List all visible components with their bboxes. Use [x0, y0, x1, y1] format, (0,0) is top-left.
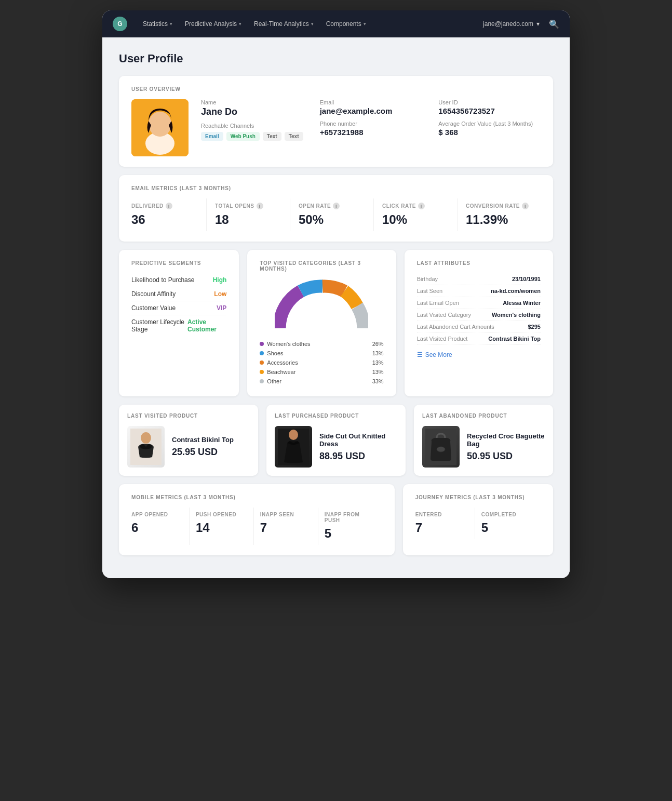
chevron-down-icon: ▾ — [239, 21, 241, 26]
info-icon-openrate[interactable]: i — [333, 203, 340, 209]
svg-point-2 — [149, 112, 171, 137]
mobile-metric-inapp-push: INAPP FROM PUSH 5 — [318, 508, 382, 545]
metric-delivered: DELIVERED i 36 — [131, 198, 207, 231]
predictive-label: PREDICTIVE SEGMENTS — [131, 260, 226, 266]
pred-purchase-value: High — [213, 276, 227, 284]
see-more-button[interactable]: ☰ See More — [417, 351, 541, 358]
last-abandoned-label: LAST ABANDONED PRODUCT — [422, 413, 545, 419]
nav-item-components[interactable]: Components ▾ — [321, 17, 371, 31]
metric-open-rate: OPEN RATE i 50% — [290, 198, 374, 231]
email-metrics-label: EMAIL METRICS (LAST 3 MONTHS) — [131, 185, 541, 191]
email-metrics-card: EMAIL METRICS (LAST 3 MONTHS) DELIVERED … — [119, 175, 553, 242]
last-abandoned-product-card: LAST ABANDONED PRODUCT — [414, 405, 553, 476]
legend-womens: Women's clothes 26% — [260, 339, 383, 349]
user-field-email-col: Email jane@example.com Phone number +657… — [320, 99, 422, 142]
last-visited-thumb — [127, 426, 165, 468]
last-purchased-label: LAST PURCHASED PRODUCT — [275, 413, 397, 419]
user-aov: $ 368 — [438, 128, 541, 137]
legend-accessories: Accessories 13% — [260, 358, 383, 367]
metric-total-opens: TOTAL OPENS i 18 — [207, 198, 290, 231]
last-purchased-product-card: LAST PURCHASED PRODUCT — [266, 405, 406, 476]
journey-entered: ENTERED 7 — [415, 508, 475, 539]
legend-dot-beachwear — [260, 370, 264, 374]
info-icon-clickrate[interactable]: i — [418, 203, 425, 209]
inapp-seen-value: 7 — [260, 520, 312, 535]
metric-openrate-value: 50% — [299, 212, 365, 227]
last-purchased-name: Side Cut Out Knitted Dress — [319, 432, 397, 448]
pred-row-value: Customer Value VIP — [131, 301, 226, 315]
chevron-down-icon: ▾ — [170, 21, 172, 26]
user-field-id-col: User ID 1654356723527 Average Order Valu… — [438, 99, 541, 142]
channels-label: Reachable Channels — [201, 123, 303, 129]
userid-label: User ID — [438, 99, 541, 105]
journey-completed: COMPLETED 5 — [475, 508, 541, 539]
last-attributes-label: LAST ATTRIBUTES — [417, 260, 541, 266]
last-abandoned-thumb — [422, 426, 460, 468]
last-visited-name: Contrast Bikini Top — [172, 436, 234, 444]
last-abandoned-info: Recycled Croc Baguette Bag 50.95 USD — [467, 432, 545, 462]
metric-delivered-value: 36 — [131, 212, 198, 227]
user-phone: +657321988 — [320, 128, 422, 137]
legend-other: Other 33% — [260, 377, 383, 386]
phone-label: Phone number — [320, 121, 422, 127]
attr-last-product: Last Visited Product Contrast Bikini Top — [417, 333, 541, 345]
attr-cart-amounts: Last Abandoned Cart Amounts $295 — [417, 321, 541, 333]
chart-legend: Women's clothes 26% Shoes 13% — [260, 339, 383, 386]
last-visited-price: 25.95 USD — [172, 447, 234, 458]
user-email: jane@example.com — [320, 106, 422, 115]
app-wrapper: G Statistics ▾ Predictive Analysis ▾ Rea… — [102, 10, 570, 578]
attr-last-email: Last Email Open Alessa Winter — [417, 297, 541, 309]
bag-image — [422, 426, 460, 468]
last-purchased-price: 88.95 USD — [319, 451, 397, 462]
mobile-metrics-label: MOBILE METRICS (LAST 3 MONTHS) — [131, 495, 382, 500]
user-fields: Name Jane Do Reachable Channels Email We… — [201, 99, 541, 142]
user-avatar — [131, 99, 189, 156]
info-icon-opens[interactable]: i — [257, 203, 263, 209]
nav-logo[interactable]: G — [113, 17, 127, 31]
badge-text-1: Text — [263, 132, 281, 141]
mobile-metric-inapp-seen: INAPP SEEN 7 — [254, 508, 318, 545]
chevron-down-icon: ▾ — [536, 20, 540, 28]
badge-webpush: Web Push — [226, 132, 260, 141]
legend-dot-shoes — [260, 351, 264, 355]
info-icon-conversion[interactable]: i — [522, 203, 529, 209]
last-visited-info: Contrast Bikini Top 25.95 USD — [172, 436, 234, 458]
attr-last-category: Last Visited Category Women's clothing — [417, 309, 541, 321]
user-overview-card: USER OVERVIEW — [119, 76, 553, 167]
predictive-segments-card: PREDICTIVE SEGMENTS Likelihood to Purcha… — [119, 250, 239, 396]
donut-chart — [275, 279, 368, 331]
push-opened-value: 14 — [196, 520, 247, 535]
nav-item-statistics[interactable]: Statistics ▾ — [138, 17, 178, 31]
search-icon[interactable]: 🔍 — [549, 19, 559, 29]
chevron-down-icon: ▾ — [364, 21, 366, 26]
pred-row-purchase: Likelihood to Purchase High — [131, 273, 226, 287]
three-col-row: PREDICTIVE SEGMENTS Likelihood to Purcha… — [119, 250, 553, 396]
top-categories-label: TOP VISITED CATEGORIES (LAST 3 MONTHS) — [260, 260, 383, 272]
mobile-metrics-card: MOBILE METRICS (LAST 3 MONTHS) APP OPENE… — [119, 484, 395, 555]
nav-user[interactable]: jane@janedo.com ▾ — [483, 20, 540, 28]
name-label: Name — [201, 99, 303, 105]
info-icon-delivered[interactable]: i — [166, 203, 172, 209]
nav-item-predictive[interactable]: Predictive Analysis ▾ — [180, 17, 247, 31]
app-opened-value: 6 — [131, 520, 183, 535]
pred-lifecycle-value: Active Customer — [187, 318, 226, 333]
last-attributes-card: LAST ATTRIBUTES Birthday 23/10/1991 Last… — [405, 250, 553, 396]
journey-metrics-label: JOURNEY METRICS (LAST 3 MONTHS) — [415, 495, 541, 500]
last-abandoned-price: 50.95 USD — [467, 451, 545, 462]
attr-birthday: Birthday 23/10/1991 — [417, 273, 541, 285]
mobile-metrics-grid: APP OPENED 6 PUSH OPENED 14 INAPP SEEN — [131, 508, 382, 545]
svg-point-6 — [289, 430, 298, 440]
nav-item-realtime[interactable]: Real-Time Analytics ▾ — [249, 17, 319, 31]
last-purchased-inner: Side Cut Out Knitted Dress 88.95 USD — [275, 426, 397, 468]
user-overview-label: USER OVERVIEW — [131, 86, 541, 92]
entered-value: 7 — [415, 520, 468, 535]
journey-metrics-card: JOURNEY METRICS (LAST 3 MONTHS) ENTERED … — [403, 484, 553, 555]
chart-container: Women's clothes 26% Shoes 13% — [260, 279, 383, 386]
metric-clickrate-value: 10% — [382, 212, 449, 227]
last-abandoned-name: Recycled Croc Baguette Bag — [467, 432, 545, 448]
legend-beachwear: Beachwear 13% — [260, 367, 383, 377]
attr-last-seen: Last Seen na-kd.com/women — [417, 285, 541, 297]
metric-opens-value: 18 — [215, 212, 281, 227]
pred-row-lifecycle: Customer Lifecycle Stage Active Customer — [131, 315, 226, 336]
page-title: User Profile — [119, 52, 553, 65]
